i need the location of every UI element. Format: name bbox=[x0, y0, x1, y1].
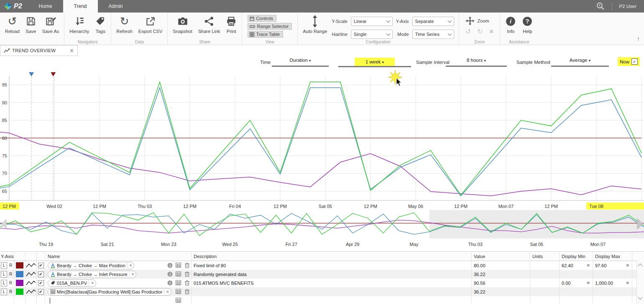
axis-toggle[interactable]: LR bbox=[0, 261, 14, 270]
tab-trend[interactable]: Trend bbox=[63, 0, 98, 13]
auto-range-button[interactable]: Auto Range bbox=[300, 13, 330, 34]
info-button[interactable]: i Info bbox=[502, 13, 519, 34]
tags-button[interactable]: Tags bbox=[92, 13, 109, 34]
svg-text:12 PM: 12 PM bbox=[183, 204, 197, 209]
range-left-handle[interactable] bbox=[2, 219, 6, 228]
refresh-button[interactable]: ↻ Refresh bbox=[113, 13, 135, 34]
trace-color-swatch[interactable] bbox=[16, 289, 23, 295]
scroll-down-icon[interactable] bbox=[638, 295, 642, 299]
close-tab-icon[interactable]: ✕ bbox=[69, 48, 74, 54]
remove-trace-icon[interactable]: ✕ bbox=[129, 271, 135, 277]
table-scrollbar[interactable] bbox=[636, 260, 644, 304]
hairline-marker[interactable] bbox=[51, 72, 56, 76]
time-mode-dropdown[interactable]: Duration ▾ bbox=[272, 58, 329, 67]
trace-name-chip[interactable]: Beardy → Choke → Inlet Pressure✕ bbox=[48, 271, 136, 278]
scroll-up-icon[interactable] bbox=[638, 263, 642, 268]
controls-toggle[interactable]: Controls bbox=[248, 15, 276, 22]
line-style-icon[interactable] bbox=[26, 262, 36, 269]
tab-home[interactable]: Home bbox=[28, 0, 63, 13]
new-trace-row[interactable] bbox=[0, 296, 644, 304]
trace-table-toggle[interactable]: Trace Table bbox=[248, 31, 283, 38]
clear-min-icon[interactable]: ✕ bbox=[587, 281, 590, 285]
print-button[interactable]: Print bbox=[223, 13, 240, 34]
hierarchy-button[interactable]: Hierarchy bbox=[66, 13, 92, 34]
line-style-icon[interactable] bbox=[26, 271, 36, 278]
trace-name-chip[interactable]: 015A_BEN.PV✕ bbox=[48, 279, 96, 287]
y-scale-select[interactable]: Linear bbox=[351, 17, 393, 26]
hairline-marker[interactable] bbox=[29, 72, 34, 76]
document-tab-trend-overview[interactable]: TREND OVERVIEW ✕ bbox=[0, 45, 78, 56]
trace-visible-checkbox[interactable]: ✔ bbox=[38, 289, 44, 295]
hairline-select[interactable]: Single bbox=[351, 30, 393, 39]
trace-name-chip[interactable]: Min({Balaclava[Gas Producing Well]:Gas P… bbox=[48, 288, 171, 296]
display-max-cell[interactable] bbox=[593, 287, 632, 296]
row-delete-icon[interactable] bbox=[185, 290, 189, 295]
clear-max-icon[interactable]: ✕ bbox=[626, 281, 629, 285]
mode-select[interactable]: Time Series bbox=[412, 30, 454, 39]
line-style-icon[interactable] bbox=[26, 289, 36, 295]
main-trend-chart[interactable]: 6570758085909512 PMWed 0212 PMThu 0312 P… bbox=[0, 70, 644, 210]
row-info-icon[interactable]: i bbox=[167, 281, 173, 286]
trace-name-chip[interactable]: Beardy → Choke → Max Position✕ bbox=[48, 262, 134, 269]
share-link-button[interactable]: Share Link bbox=[195, 13, 223, 34]
reload-button[interactable]: ↺ Reload bbox=[2, 13, 23, 34]
trace-units bbox=[530, 261, 560, 270]
trace-visible-checkbox[interactable]: ✔ bbox=[38, 263, 44, 269]
display-min-cell[interactable]: 0.00✕ bbox=[560, 279, 593, 287]
row-calc-icon[interactable] bbox=[176, 263, 181, 269]
display-max-cell[interactable] bbox=[593, 270, 632, 279]
header-y-axis: Y-Axis bbox=[0, 252, 14, 261]
trace-value: 36.22 bbox=[472, 287, 530, 296]
tab-admin[interactable]: Admin bbox=[98, 0, 134, 13]
row-calc-icon[interactable] bbox=[176, 290, 181, 295]
remove-trace-icon[interactable]: ✕ bbox=[89, 280, 94, 286]
y-axis-select[interactable]: Separate bbox=[412, 17, 454, 26]
mode-label: Mode bbox=[396, 32, 409, 37]
axis-toggle[interactable]: LR bbox=[0, 279, 14, 287]
save-as-button[interactable]: Save As bbox=[39, 13, 62, 34]
trace-color-swatch[interactable] bbox=[16, 280, 23, 286]
axis-toggle[interactable]: LR bbox=[0, 270, 14, 279]
zoom-button[interactable]: Zoom bbox=[465, 16, 494, 25]
display-max-cell[interactable]: 1,000.00✕ bbox=[593, 279, 632, 287]
display-max-cell[interactable]: 97.60✕ bbox=[593, 261, 632, 270]
user-label[interactable]: P2 User bbox=[619, 4, 636, 9]
time-label: Time bbox=[260, 60, 271, 65]
clear-max-icon[interactable]: ✕ bbox=[626, 263, 629, 268]
axis-toggle[interactable]: LR bbox=[0, 287, 14, 296]
row-calc-icon[interactable] bbox=[176, 272, 181, 277]
trace-color-swatch[interactable] bbox=[16, 271, 23, 277]
range-selector-chart[interactable]: Thu 19Sat 21Mon 23Wed 25Fri 27Apr 29MayT… bbox=[0, 210, 644, 251]
row-delete-icon[interactable] bbox=[185, 273, 189, 278]
help-button[interactable]: ? Help bbox=[519, 13, 536, 34]
row-info-icon[interactable]: i bbox=[167, 273, 173, 278]
zoom-clear-icon[interactable]: ✖ bbox=[489, 29, 493, 35]
snapshot-button[interactable]: Snapshot bbox=[170, 13, 195, 34]
row-delete-icon[interactable] bbox=[185, 264, 189, 269]
remove-trace-icon[interactable]: ✕ bbox=[127, 263, 133, 269]
clear-min-icon[interactable]: ✕ bbox=[587, 263, 590, 268]
export-csv-button[interactable]: Export CSV bbox=[135, 13, 165, 34]
display-min-cell[interactable] bbox=[560, 270, 593, 279]
row-calc-icon[interactable] bbox=[176, 281, 181, 286]
zoom-redo-icon[interactable]: ↻ bbox=[477, 29, 483, 35]
sample-method-dropdown[interactable]: Average ▾ bbox=[551, 58, 609, 67]
row-delete-icon[interactable] bbox=[185, 281, 189, 286]
display-min-cell[interactable]: 62.40✕ bbox=[560, 261, 593, 270]
trace-visible-checkbox[interactable]: ✔ bbox=[38, 280, 44, 286]
sample-interval-dropdown[interactable]: 8 hours ▾ bbox=[446, 58, 507, 67]
row-info-icon[interactable]: i bbox=[167, 264, 173, 269]
now-checkbox[interactable]: Now ✓ bbox=[618, 57, 640, 66]
duration-dropdown[interactable]: 1 week ▾ bbox=[338, 58, 411, 67]
trace-color-swatch[interactable] bbox=[16, 262, 23, 269]
search-icon[interactable] bbox=[596, 2, 605, 11]
zoom-undo-icon[interactable]: ↺ bbox=[465, 29, 471, 35]
line-style-icon[interactable] bbox=[26, 280, 36, 286]
row-calc-icon[interactable] bbox=[176, 299, 181, 304]
remove-trace-icon[interactable]: ✕ bbox=[164, 289, 169, 295]
trace-visible-checkbox[interactable]: ✔ bbox=[38, 271, 44, 277]
range-selector-toggle[interactable]: Range Selector bbox=[248, 23, 292, 30]
collapse-ribbon-icon[interactable]: ↑ bbox=[637, 35, 640, 42]
save-button[interactable]: Save bbox=[23, 13, 39, 34]
display-min-cell[interactable] bbox=[560, 287, 593, 296]
